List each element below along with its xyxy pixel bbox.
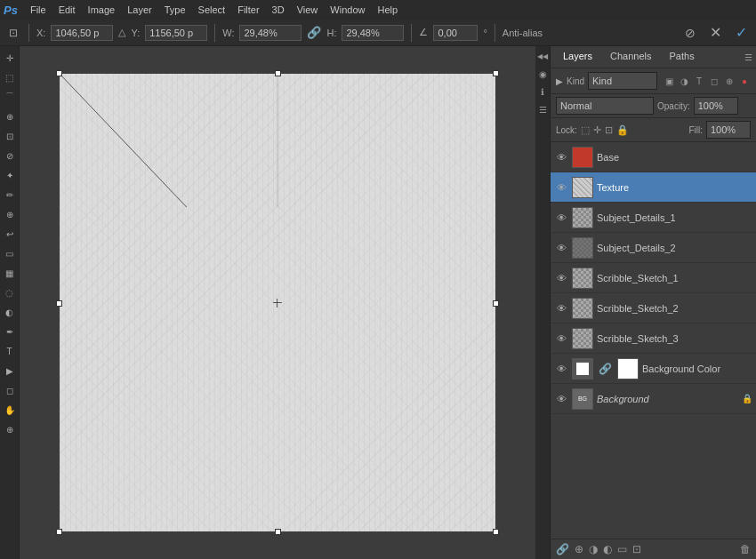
transform-handle-bc[interactable] [275, 529, 281, 535]
menu-edit[interactable]: Edit [53, 3, 81, 17]
type-filter-icon[interactable]: T [693, 75, 705, 87]
layer-item[interactable]: 👁 Subject_Details_2 [551, 233, 756, 263]
blur-tool[interactable]: ◌ [2, 284, 18, 300]
path-select-tool[interactable]: ▶ [2, 363, 18, 379]
type-tool[interactable]: T [2, 343, 18, 359]
history-tool[interactable]: ↩ [2, 226, 18, 242]
panel-collapse-icon[interactable]: ◀◀ [536, 50, 549, 62]
healing-tool[interactable]: ✦ [2, 167, 18, 183]
blend-mode-dropdown[interactable]: Normal [556, 97, 654, 115]
zoom-tool[interactable]: ⊕ [2, 421, 18, 437]
actions-panel-icon[interactable]: ☰ [536, 103, 549, 116]
toolbar-divider-1 [28, 24, 29, 42]
quick-select-tool[interactable]: ⊕ [2, 108, 18, 124]
layer-item[interactable]: 👁 Subject_Details_1 [551, 203, 756, 233]
layer-visibility-toggle[interactable]: 👁 [554, 362, 568, 376]
menu-select[interactable]: Select [193, 3, 231, 17]
fill-input[interactable] [706, 121, 751, 139]
interpolation-icon[interactable]: ⊘ [681, 24, 699, 42]
layer-item[interactable]: 👁 Base [551, 142, 756, 172]
layer-style-icon[interactable]: ⊕ [575, 543, 583, 555]
info-panel-icon[interactable]: ℹ [536, 85, 549, 98]
w-input[interactable] [239, 25, 302, 41]
gradient-tool[interactable]: ▦ [2, 265, 18, 281]
h-input[interactable] [342, 25, 404, 41]
transform-handle-tr[interactable] [493, 70, 499, 76]
smart-filter-icon[interactable]: ⊕ [723, 75, 736, 87]
y-coord-input[interactable] [145, 25, 207, 41]
menu-file[interactable]: File [25, 3, 52, 17]
menu-view[interactable]: View [292, 3, 324, 17]
tab-channels[interactable]: Channels [601, 46, 660, 68]
history-panel-icon[interactable]: ◉ [536, 68, 549, 80]
filter-toggle[interactable]: ● [738, 75, 751, 87]
crop-tool[interactable]: ⊡ [2, 128, 18, 144]
opacity-input[interactable] [694, 97, 738, 115]
transform-handle-br[interactable] [493, 529, 499, 535]
lock-position-icon[interactable]: ✛ [593, 124, 601, 136]
new-fill-layer-icon[interactable]: ◐ [603, 543, 612, 555]
layer-visibility-toggle[interactable]: 👁 [554, 241, 568, 255]
panel-menu-icon[interactable]: ☰ [744, 52, 752, 62]
dodge-tool[interactable]: ◐ [2, 304, 18, 320]
new-layer-icon[interactable]: ⊡ [632, 543, 641, 555]
transform-handle-tc[interactable] [275, 70, 281, 76]
filter-toggle-icon[interactable]: ▶ [556, 76, 563, 86]
menu-layer[interactable]: Layer [122, 3, 157, 17]
layer-visibility-toggle[interactable]: 👁 [554, 150, 568, 164]
transform-handle-tl[interactable] [56, 70, 62, 76]
lock-all-icon[interactable]: 🔒 [616, 124, 629, 136]
delete-layer-icon[interactable]: 🗑 [740, 543, 751, 555]
shape-tool[interactable]: ◻ [2, 382, 18, 398]
transform-handle-bl[interactable] [56, 529, 62, 535]
eyedropper-tool[interactable]: ⊘ [2, 148, 18, 164]
layer-visibility-toggle[interactable]: 👁 [554, 271, 568, 285]
layer-item[interactable]: 👁 Scribble_Sketch_3 [551, 323, 756, 354]
adjustment-filter-icon[interactable]: ◑ [678, 75, 690, 87]
pixel-filter-icon[interactable]: ▣ [663, 75, 675, 87]
shape-filter-icon[interactable]: ◻ [708, 75, 720, 87]
lock-pixels-icon[interactable]: ⬚ [581, 124, 590, 136]
layer-item[interactable]: 👁 BG Background 🔒 [551, 384, 756, 414]
menu-filter[interactable]: Filter [232, 3, 264, 17]
layer-visibility-toggle[interactable]: 👁 [554, 211, 568, 225]
layer-visibility-toggle[interactable]: 👁 [554, 392, 568, 406]
layer-item[interactable]: 👁 Texture [551, 172, 756, 203]
lasso-tool[interactable]: ⌒ [2, 89, 18, 105]
menu-type[interactable]: Type [159, 3, 191, 17]
layer-visibility-toggle[interactable]: 👁 [554, 331, 568, 346]
new-group-icon[interactable]: ▭ [617, 543, 627, 555]
move-tool[interactable]: ✛ [2, 50, 18, 66]
menu-help[interactable]: Help [372, 3, 403, 17]
layer-visibility-toggle[interactable]: 👁 [554, 180, 568, 195]
layer-thumbnail: BG [572, 388, 593, 410]
angle-icon: ∠ [419, 27, 428, 38]
link-wh-icon[interactable]: 🔗 [307, 26, 321, 39]
tab-paths[interactable]: Paths [661, 46, 704, 68]
transform-handle-ml[interactable] [56, 300, 62, 307]
tab-layers[interactable]: Layers [554, 46, 601, 68]
kind-dropdown[interactable]: Kind [588, 72, 657, 90]
layer-item[interactable]: 👁 🔗 Background Color [551, 354, 756, 384]
transform-handle-mr[interactable] [493, 300, 499, 307]
menu-window[interactable]: Window [325, 3, 370, 17]
link-layers-icon[interactable]: 🔗 [556, 543, 569, 555]
pen-tool[interactable]: ✒ [2, 323, 18, 339]
confirm-transform-button[interactable]: ✓ [732, 24, 751, 41]
hand-tool[interactable]: ✋ [2, 402, 18, 418]
brush-tool[interactable]: ✏ [2, 187, 18, 203]
menu-3d[interactable]: 3D [267, 3, 290, 17]
layer-item[interactable]: 👁 Scribble_Sketch_2 [551, 293, 756, 323]
eraser-tool[interactable]: ▭ [2, 245, 18, 261]
layer-mask-icon[interactable]: ◑ [589, 543, 598, 555]
layer-item[interactable]: 👁 Scribble_Sketch_1 [551, 263, 756, 293]
angle-input[interactable] [433, 25, 478, 41]
menu-image[interactable]: Image [83, 3, 121, 17]
lock-artboards-icon[interactable]: ⊡ [605, 124, 613, 136]
layer-visibility-toggle[interactable]: 👁 [554, 301, 568, 315]
cancel-transform-button[interactable]: ✕ [706, 24, 725, 41]
canvas[interactable] [60, 74, 495, 531]
clone-tool[interactable]: ⊕ [2, 206, 18, 222]
marquee-tool[interactable]: ⬚ [2, 69, 18, 85]
x-coord-input[interactable] [51, 25, 113, 41]
